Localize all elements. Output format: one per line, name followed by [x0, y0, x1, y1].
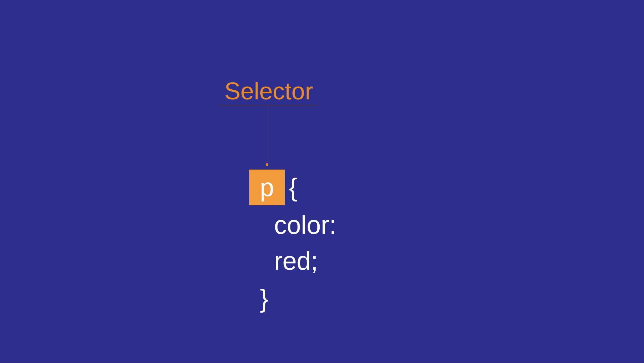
brace-open: { [289, 170, 297, 205]
connector-dot [266, 163, 268, 166]
selector-label: Selector [224, 77, 313, 105]
code-line-1: p { [249, 170, 336, 205]
css-code-block: p { color: red; } [249, 170, 336, 317]
label-underline [218, 105, 317, 105]
code-line-2: color: red; [249, 207, 336, 279]
connector-line [267, 105, 267, 165]
selector-token: p [249, 170, 285, 205]
code-line-3: } [249, 281, 336, 316]
